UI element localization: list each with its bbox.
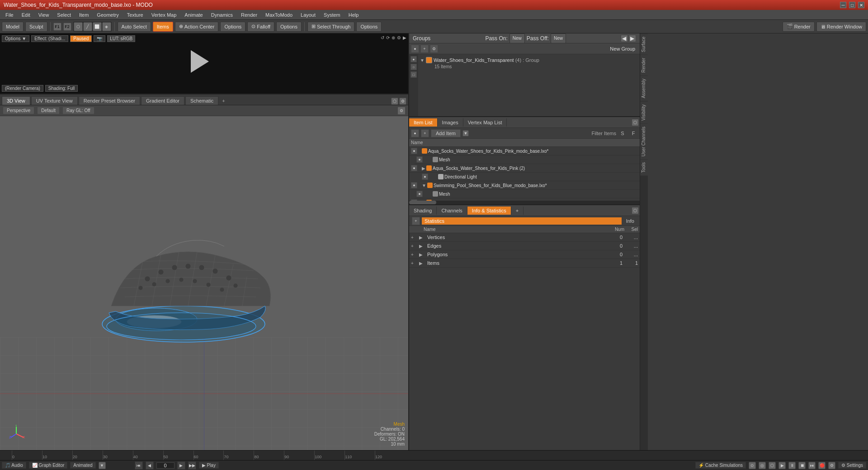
- tab-shading[interactable]: Shading: [409, 207, 437, 215]
- stats-add-btn[interactable]: +: [412, 217, 420, 225]
- groups-settings-btn[interactable]: ⚙: [430, 45, 438, 53]
- cache-btn[interactable]: ⚡ Cache Simulations: [695, 462, 746, 469]
- group-icon-1[interactable]: ●: [410, 56, 417, 62]
- groups-root-item[interactable]: ▼ Water_Shoes_for_Kids_Transparent (4) :…: [420, 56, 638, 64]
- rewind-btn[interactable]: ⏮: [135, 461, 143, 470]
- polygons-plus-btn[interactable]: +: [411, 252, 417, 257]
- tab-plus[interactable]: +: [511, 207, 524, 215]
- model-btn[interactable]: Model: [2, 22, 24, 32]
- falloff-btn[interactable]: ⊙ Falloff: [247, 22, 274, 32]
- tab-channels[interactable]: Channels: [437, 207, 467, 215]
- maximize-btn[interactable]: □: [849, 2, 855, 8]
- add-item-dropdown-icon[interactable]: ▼: [462, 130, 469, 136]
- vtab-render[interactable]: Render: [640, 55, 648, 75]
- menu-dynamics[interactable]: Dynamics: [208, 11, 236, 19]
- item-visibility-btn[interactable]: ●: [411, 165, 417, 171]
- play-btn-main[interactable]: ▶ Play: [199, 462, 219, 469]
- menu-maxtomode[interactable]: MaxToModo: [262, 11, 296, 19]
- item-visibility-btn[interactable]: ●: [411, 148, 417, 154]
- item-list-eye-btn[interactable]: ●: [411, 129, 419, 137]
- menu-view[interactable]: View: [35, 11, 53, 19]
- vp-icons-group[interactable]: ⚙: [397, 107, 406, 115]
- menu-animate[interactable]: Animate: [181, 11, 206, 19]
- status-icon-8[interactable]: 🔴: [818, 462, 826, 469]
- groups-expand-left-icon[interactable]: ◀: [621, 35, 628, 42]
- window-controls[interactable]: ─ □ ✕: [840, 2, 864, 8]
- options-dropdown[interactable]: Options ▼: [2, 35, 29, 42]
- item-row[interactable]: ● Mesh: [415, 155, 640, 164]
- add-viewport-tab-btn[interactable]: +: [219, 97, 227, 105]
- minimize-btn[interactable]: ─: [840, 2, 846, 8]
- group-icon-2[interactable]: ○: [410, 64, 417, 70]
- select-through-options-btn[interactable]: Options: [356, 22, 382, 32]
- tab-gradient-editor[interactable]: Gradient Editor: [141, 96, 184, 105]
- step-fwd-btn[interactable]: ▶▶: [188, 461, 196, 470]
- items-btn[interactable]: Items: [153, 22, 173, 32]
- vertices-arrow-btn[interactable]: ▶: [419, 235, 425, 240]
- stats-expand-icon[interactable]: ⬡: [632, 207, 639, 214]
- menu-item[interactable]: Item: [75, 11, 92, 19]
- tab-schematic[interactable]: Schematic: [185, 96, 218, 105]
- pass-off-new-btn[interactable]: New: [551, 33, 566, 43]
- mat-mode-icon[interactable]: ◈: [102, 22, 111, 31]
- animated-btn[interactable]: Animated: [70, 462, 95, 469]
- menu-select[interactable]: Select: [53, 11, 75, 19]
- groups-root-arrow[interactable]: ▼: [420, 58, 425, 63]
- item-visibility-btn[interactable]: ●: [422, 174, 428, 180]
- status-icon-9[interactable]: ⚙: [828, 462, 835, 469]
- settings-btn[interactable]: ⚙ Settings: [838, 462, 866, 469]
- item-visibility-btn[interactable]: ●: [416, 156, 423, 163]
- items-plus-btn[interactable]: +: [411, 261, 417, 266]
- item-list-hscroll-thumb[interactable]: [409, 201, 436, 204]
- vtab-user-channels[interactable]: User Channels: [640, 123, 648, 159]
- vtab-assembly[interactable]: Assembly: [640, 75, 648, 101]
- play-btn-bottom[interactable]: ▶: [177, 461, 185, 470]
- tab-vertex-map[interactable]: Vertex Map List: [463, 118, 507, 127]
- status-icon-1[interactable]: ⊙: [749, 462, 756, 469]
- status-icon-2[interactable]: ◎: [759, 462, 766, 469]
- item-expand-3[interactable]: ▶: [422, 166, 425, 171]
- f2-btn[interactable]: F2: [63, 23, 71, 31]
- preview-refresh-icon[interactable]: ⟳: [386, 35, 390, 40]
- render-camera-btn[interactable]: (Render Camera): [2, 85, 43, 92]
- tab-uv-texture[interactable]: UV Texture View: [31, 96, 78, 105]
- edge-mode-icon[interactable]: ╱: [83, 22, 92, 31]
- item-list-content[interactable]: ● Aqua_Socks_Water_Shoes_for_Kids_Pink_m…: [409, 147, 640, 201]
- groups-add-btn[interactable]: +: [420, 45, 429, 53]
- ray-gl-btn[interactable]: Ray GL: Off: [62, 107, 94, 114]
- viewport-content[interactable]: X Y Z Mesh Channels: 0 Deformers: ON GL:…: [0, 116, 408, 450]
- step-back-btn[interactable]: ◀: [146, 461, 154, 470]
- menu-geometry[interactable]: Geometry: [93, 11, 122, 19]
- menu-edit[interactable]: Edit: [18, 11, 34, 19]
- f1-btn[interactable]: F1: [53, 23, 61, 31]
- frame-input[interactable]: 0: [156, 462, 175, 469]
- vtab-tools[interactable]: Tools: [640, 159, 648, 175]
- menu-render[interactable]: Render: [237, 11, 261, 19]
- tab-render-preset[interactable]: Render Preset Browser: [79, 96, 140, 105]
- add-item-btn[interactable]: Add Item: [431, 129, 461, 137]
- item-row[interactable]: ● Directional Light: [420, 173, 640, 181]
- groups-expand-right-icon[interactable]: ▶: [629, 35, 636, 42]
- effect-ctrl[interactable]: Effect: (Shadi...: [31, 35, 68, 42]
- poly-mode-icon[interactable]: ⬜: [93, 22, 102, 31]
- preview-play-btn[interactable]: [191, 50, 218, 77]
- menu-texture[interactable]: Texture: [123, 11, 147, 19]
- default-btn[interactable]: Default: [37, 107, 60, 114]
- action-center-options-btn[interactable]: Options: [220, 22, 245, 32]
- audio-btn[interactable]: 🎵 Audio: [2, 462, 26, 469]
- polygons-arrow-btn[interactable]: ▶: [419, 252, 425, 257]
- menu-vertexmap[interactable]: Vertex Map: [148, 11, 180, 19]
- status-icon-3[interactable]: ⬡: [769, 462, 776, 469]
- viewport-settings-icon[interactable]: ⚙: [399, 98, 406, 105]
- perspective-btn[interactable]: Perspective: [3, 107, 34, 114]
- menu-help[interactable]: Help: [345, 11, 363, 19]
- preview-settings-icon[interactable]: ⚙: [397, 35, 401, 40]
- preview-arrow-icon[interactable]: ▶: [403, 35, 406, 40]
- item-expand-5[interactable]: ▼: [422, 183, 426, 188]
- status-icon-5[interactable]: ⏸: [788, 462, 796, 469]
- pass-new-btn[interactable]: New: [509, 33, 525, 43]
- item-row[interactable]: ● ▼ Swimming_Pool_Shoes_for_Kids_Blue_mo…: [409, 181, 640, 190]
- graph-editor-btn[interactable]: 📈 Graph Editor: [29, 462, 67, 469]
- tab-item-list[interactable]: Item List: [409, 118, 438, 127]
- render-window-btn[interactable]: 🖥 Render Window: [816, 22, 866, 32]
